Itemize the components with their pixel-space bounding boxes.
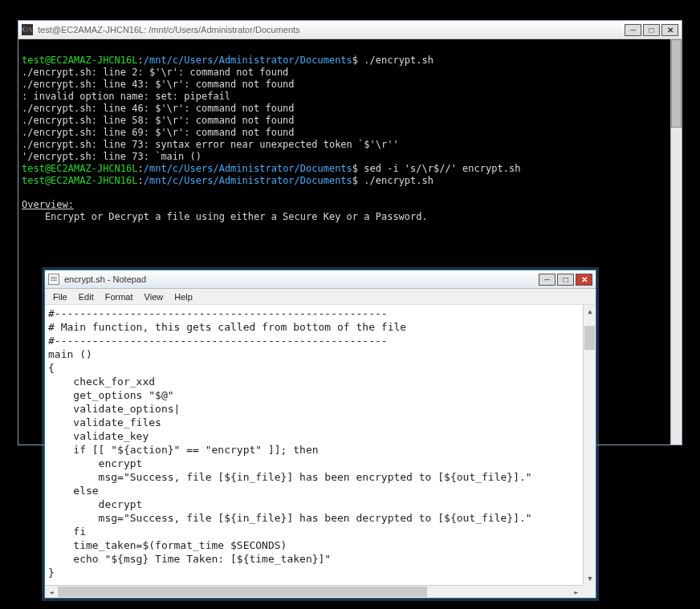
minimize-button[interactable]: ─ [625, 24, 641, 36]
notepad-body: #---------------------------------------… [45, 305, 596, 598]
notepad-horizontal-scrollbar[interactable]: ◄ ► [45, 585, 583, 598]
terminal-app-icon: C:\ [22, 24, 33, 35]
terminal-titlebar[interactable]: C:\ test@EC2AMAZ-JHCN16L: /mnt/c/Users/A… [18, 21, 682, 39]
terminal-scroll-thumb[interactable] [671, 39, 682, 128]
output-line: ./encrypt.sh: line 2: $'\r': command not… [22, 67, 288, 78]
notepad-text-area[interactable]: #---------------------------------------… [45, 305, 583, 585]
minimize-button[interactable]: ─ [539, 274, 556, 286]
prompt-path: /mnt/c/Users/Administrator/Documents [144, 175, 352, 186]
notepad-window: encrypt.sh - Notepad ─ □ ✕ File Edit For… [44, 270, 596, 599]
prompt-colon: : [138, 55, 144, 66]
scroll-left-arrow-icon[interactable]: ◄ [45, 586, 58, 599]
prompt-user: test@EC2AMAZ-JHCN16L [22, 163, 138, 174]
output-line: ./encrypt.sh: line 58: $'\r': command no… [22, 115, 295, 126]
scroll-up-arrow-icon[interactable]: ▲ [584, 305, 596, 318]
menu-edit[interactable]: Edit [74, 290, 99, 303]
scroll-right-arrow-icon[interactable]: ► [570, 586, 583, 599]
prompt-path: /mnt/c/Users/Administrator/Documents [144, 55, 352, 66]
output-line: ./encrypt.sh: line 43: $'\r': command no… [22, 79, 295, 90]
prompt-colon: : [138, 175, 144, 186]
scroll-corner [583, 585, 596, 598]
close-button[interactable]: ✕ [576, 274, 592, 286]
notepad-vertical-scrollbar[interactable]: ▲ ▼ [583, 305, 596, 585]
notepad-app-icon [48, 274, 59, 285]
notepad-menubar: File Edit Format View Help [45, 289, 596, 305]
menu-help[interactable]: Help [169, 290, 197, 303]
prompt-colon: : [138, 163, 144, 174]
output-line: ./encrypt.sh: line 73: syntax error near… [22, 139, 399, 150]
notepad-titlebar[interactable]: encrypt.sh - Notepad ─ □ ✕ [45, 270, 596, 289]
maximize-button[interactable]: □ [643, 24, 660, 36]
prompt-path: /mnt/c/Users/Administrator/Documents [144, 163, 352, 174]
prompt-dollar: $ [352, 55, 358, 66]
menu-format[interactable]: Format [100, 290, 138, 303]
horizontal-scroll-thumb[interactable] [58, 587, 427, 597]
prompt-dollar: $ [352, 163, 358, 174]
prompt-user: test@EC2AMAZ-JHCN16L [22, 175, 138, 186]
terminal-window-controls: ─ □ ✕ [625, 24, 678, 36]
command-1: ./encrypt.sh [358, 55, 433, 66]
overview-text: Encrypt or Decrypt a file using either a… [22, 211, 428, 222]
output-line: ./encrypt.sh: line 69: $'\r': command no… [22, 127, 295, 138]
terminal-scrollbar[interactable] [670, 39, 682, 445]
notepad-window-controls: ─ □ ✕ [539, 274, 592, 286]
prompt-user: test@EC2AMAZ-JHCN16L [22, 55, 138, 66]
terminal-title: test@EC2AMAZ-JHCN16L: /mnt/c/Users/Admin… [38, 25, 625, 35]
maximize-button[interactable]: □ [557, 274, 574, 286]
notepad-title: encrypt.sh - Notepad [64, 274, 539, 284]
menu-file[interactable]: File [48, 290, 72, 303]
vertical-scroll-thumb[interactable] [584, 326, 595, 350]
command-3: ./encrypt.sh [358, 175, 433, 186]
prompt-dollar: $ [352, 175, 358, 186]
close-button[interactable]: ✕ [661, 24, 678, 36]
output-line: '/encrypt.sh: line 73: `main () [22, 151, 201, 162]
scroll-down-arrow-icon[interactable]: ▼ [584, 572, 596, 585]
overview-heading: Overview: [22, 199, 74, 210]
menu-view[interactable]: View [140, 290, 169, 303]
output-line: : invalid option name: set: pipefail [22, 91, 230, 102]
command-2: sed -i 's/\r$//' encrypt.sh [358, 163, 520, 174]
output-line: ./encrypt.sh: line 46: $'\r': command no… [22, 103, 295, 114]
